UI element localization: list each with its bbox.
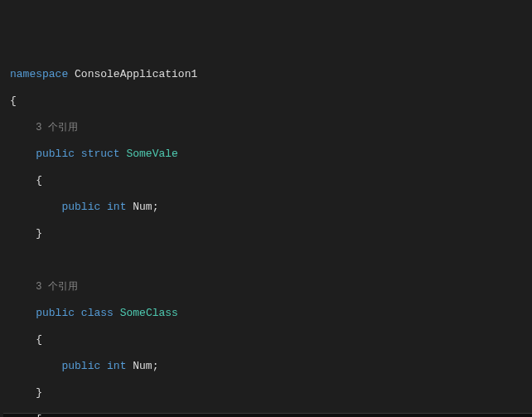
keyword: namespace xyxy=(10,68,68,80)
brace: } xyxy=(36,386,42,399)
codelens-line[interactable]: 3 个引用 xyxy=(3,280,532,293)
brace: { xyxy=(10,95,17,107)
code-line[interactable]: { xyxy=(3,333,532,347)
brace: } xyxy=(36,227,42,240)
keyword: struct xyxy=(81,148,120,160)
identifier: Num xyxy=(133,360,152,372)
code-line-active[interactable]: [ xyxy=(3,413,532,417)
code-line[interactable]: } xyxy=(3,227,532,240)
type-name: SomeClass xyxy=(120,307,178,319)
keyword: int xyxy=(107,360,126,372)
text-cursor: [ xyxy=(36,413,42,417)
code-line[interactable]: namespace ConsoleApplication1 xyxy=(3,68,532,81)
keyword: public xyxy=(36,307,75,319)
code-line[interactable]: public class SomeClass xyxy=(3,307,532,320)
code-line[interactable]: public struct SomeVale xyxy=(3,148,532,161)
codelens-references[interactable]: 3 个引用 xyxy=(36,122,77,133)
brace: { xyxy=(36,333,42,346)
codelens-line[interactable]: 3 个引用 xyxy=(3,121,532,134)
codelens-references[interactable]: 3 个引用 xyxy=(36,281,77,293)
identifier: Num xyxy=(133,201,152,213)
code-line[interactable]: public int Num; xyxy=(3,360,532,373)
code-line[interactable] xyxy=(3,254,532,267)
keyword: class xyxy=(81,307,114,319)
punct: ; xyxy=(152,360,159,372)
code-line[interactable]: { xyxy=(3,174,532,187)
keyword: int xyxy=(107,201,126,213)
punct: ; xyxy=(152,201,159,213)
keyword: public xyxy=(61,201,100,213)
keyword: public xyxy=(61,360,100,372)
code-line[interactable]: } xyxy=(3,386,532,400)
brace: { xyxy=(36,174,42,187)
identifier: ConsoleApplication1 xyxy=(75,68,197,80)
code-line[interactable]: public int Num; xyxy=(3,201,532,214)
code-editor[interactable]: namespace ConsoleApplication1 { 3 个引用 pu… xyxy=(0,53,532,417)
keyword: public xyxy=(36,148,75,160)
code-line[interactable]: { xyxy=(3,95,532,108)
type-name: SomeVale xyxy=(126,148,177,160)
